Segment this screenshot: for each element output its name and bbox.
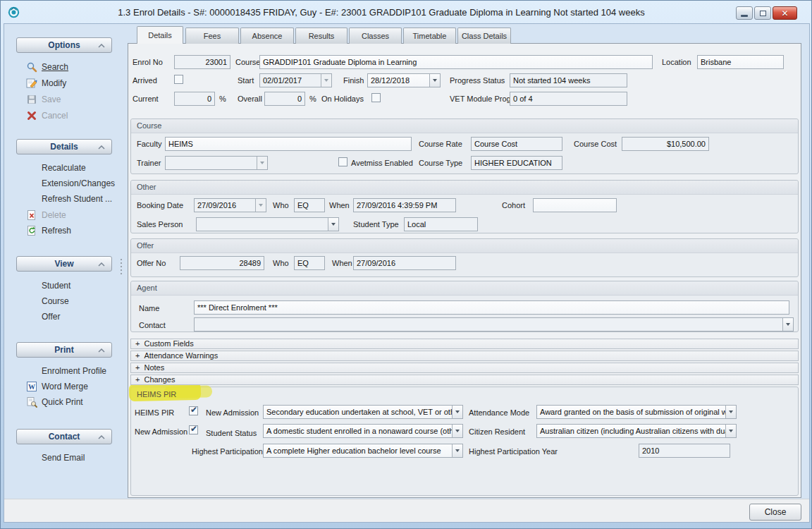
course-label: Course (235, 58, 260, 66)
new-admission-checkbox[interactable] (189, 425, 198, 434)
details-header-label: Details (50, 142, 78, 152)
avetmiss-enabled-checkbox[interactable] (338, 157, 347, 166)
new-admission-dropdown[interactable]: Secondary education undertaken at school… (263, 405, 463, 419)
current-field[interactable]: 0 (174, 92, 215, 106)
dropdown-arrow-icon[interactable] (725, 406, 736, 418)
vet-module-progress-field: 0 of 4 (510, 92, 627, 106)
cohort-field[interactable] (533, 198, 617, 212)
sidebar-item-search[interactable]: Search (16, 61, 122, 74)
minimize-button[interactable] (736, 6, 753, 20)
dropdown-arrow-icon[interactable] (257, 157, 267, 169)
tab-results[interactable]: Results (295, 28, 347, 44)
sidebar-item-save[interactable]: Save (16, 94, 122, 107)
sidebar-item-delete[interactable]: Delete (16, 209, 122, 222)
dropdown-arrow-icon[interactable] (452, 406, 462, 418)
arrived-checkbox[interactable] (174, 75, 183, 84)
tab-details[interactable]: Details (137, 26, 183, 44)
highest-participation-year-field[interactable]: 2010 (639, 444, 730, 458)
faculty-field[interactable]: HEIMS (165, 137, 412, 151)
offer-group-title: Offer (137, 241, 154, 250)
tab-class-details[interactable]: Class Details (457, 28, 511, 44)
sidebar-item-recalculate[interactable]: Recalculate (16, 162, 122, 175)
enrol-no-field[interactable]: 23001 (174, 55, 230, 69)
dropdown-arrow-icon[interactable] (452, 444, 462, 457)
sidebar-section-print[interactable]: Print (16, 342, 112, 358)
sidebar-item-refresh[interactable]: Refresh (16, 225, 122, 238)
sidebar-section-view[interactable]: View (16, 256, 112, 272)
close-window-button[interactable]: ✕ (773, 6, 797, 20)
sidebar-item-student[interactable]: Student (16, 280, 122, 293)
heims-pir-checkbox[interactable] (189, 406, 198, 415)
highest-participation-dropdown[interactable]: A complete Higher education bachelor lev… (263, 444, 463, 458)
agent-name-field[interactable]: *** Direct Enrolment *** (194, 300, 789, 315)
tab-classes[interactable]: Classes (349, 28, 402, 44)
modify-icon (26, 78, 37, 89)
sidebar-section-details[interactable]: Details (16, 139, 112, 154)
heims-pir-group-box (130, 387, 799, 496)
other-group-title: Other (137, 183, 156, 191)
sidebar-item-enrolment-profile[interactable]: Enrolment Profile (16, 365, 122, 378)
sidebar-item-refresh-student[interactable]: Refresh Student ... (16, 193, 122, 206)
agent-contact-dropdown[interactable] (194, 317, 794, 332)
expander-notes[interactable]: +Notes (130, 363, 799, 373)
dropdown-arrow-icon[interactable] (452, 425, 462, 437)
finish-date-dropdown[interactable]: 28/12/2018 (367, 73, 441, 87)
tab-absence[interactable]: Absence (240, 28, 294, 44)
dropdown-arrow-icon[interactable] (782, 318, 793, 331)
dropdown-arrow-icon[interactable] (255, 199, 266, 212)
tab-timetable[interactable]: Timetable (403, 28, 456, 44)
expander-attendance-warnings[interactable]: +Attendance Warnings (130, 351, 799, 361)
sidebar-section-contact[interactable]: Contact (16, 429, 112, 444)
overall-field[interactable]: 0 (264, 92, 305, 106)
progress-status-field: Not started 104 weeks (510, 73, 627, 87)
sidebar-item-word-merge[interactable]: W Word Merge (16, 381, 122, 394)
course-group-title: Course (137, 121, 161, 130)
student-type-field: Local (404, 217, 478, 231)
close-button[interactable]: Close (749, 504, 801, 521)
attendance-mode-dropdown[interactable]: Award granted on the basis of submission… (536, 405, 737, 419)
view-header-label: View (54, 259, 73, 269)
sales-person-dropdown[interactable] (196, 217, 339, 231)
student-status-dropdown[interactable]: A domestic student enrolled in a nonawar… (263, 424, 463, 438)
sidebar-item-send-email[interactable]: Send Email (16, 452, 122, 465)
student-type-label: Student Type (353, 220, 399, 229)
progress-status-label: Progress Status (450, 76, 505, 85)
sales-person-label: Sales Person (137, 220, 183, 229)
course-field[interactable]: GRADDIP101 Graduate Diploma in Learning (259, 55, 653, 69)
course-rate-field: Course Cost (471, 137, 562, 151)
contact-header-label: Contact (49, 432, 80, 442)
sidebar-item-quick-print[interactable]: Quick Print (16, 396, 122, 409)
expander-changes[interactable]: +Changes (130, 375, 799, 385)
app-icon[interactable] (8, 6, 20, 18)
location-field[interactable]: Brisbane (697, 55, 784, 69)
tab-fees[interactable]: Fees (185, 28, 239, 44)
sidebar-section-options[interactable]: Options (16, 37, 112, 53)
booking-date-dropdown[interactable]: 27/09/2016 (194, 198, 266, 212)
sidebar-item-modify[interactable]: Modify (16, 78, 122, 90)
citizen-resident-dropdown[interactable]: Australian citizen (including Australian… (536, 424, 737, 438)
on-holidays-checkbox[interactable] (371, 93, 381, 102)
dropdown-arrow-icon[interactable] (321, 74, 331, 87)
trainer-dropdown[interactable] (165, 156, 268, 170)
heims-pir-label: HEIMS PIR (135, 408, 174, 417)
delete-icon (26, 209, 37, 221)
course-type-label: Course Type (419, 159, 462, 167)
sidebar-splitter[interactable] (121, 259, 122, 274)
sidebar-item-extension-changes[interactable]: Extension/Changes (16, 178, 122, 190)
sidebar-item-cancel[interactable]: Cancel (16, 110, 122, 123)
start-date-dropdown[interactable]: 02/01/2017 (259, 73, 332, 87)
dropdown-arrow-icon[interactable] (328, 218, 338, 231)
course-cost-label: Course Cost (574, 140, 617, 148)
sidebar-item-course[interactable]: Course (16, 296, 122, 308)
dropdown-arrow-icon[interactable] (725, 425, 736, 437)
agent-name-label: Name (139, 304, 159, 312)
chevron-up-icon (98, 262, 105, 267)
chevron-up-icon (98, 348, 105, 353)
offer-who-label: Who (273, 259, 289, 267)
sidebar-item-offer[interactable]: Offer (16, 311, 122, 324)
on-holidays-label: On Holidays (321, 95, 364, 103)
dropdown-arrow-icon[interactable] (429, 74, 440, 87)
expander-custom-fields[interactable]: +Custom Fields (130, 339, 799, 349)
restore-button[interactable] (754, 6, 771, 20)
agent-group-title: Agent (137, 284, 157, 292)
